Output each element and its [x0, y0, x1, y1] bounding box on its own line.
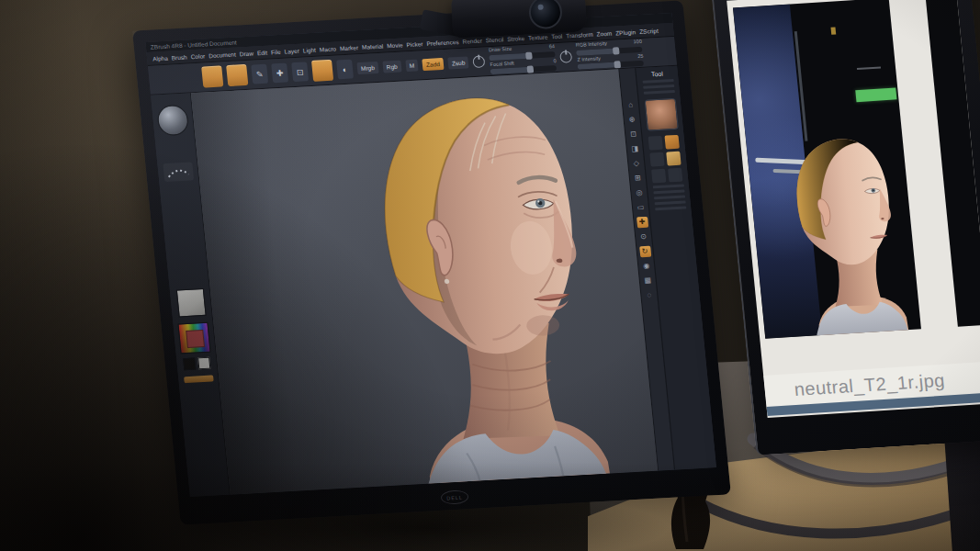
menu-item[interactable]: Render [462, 37, 482, 44]
lightbox-button[interactable] [201, 65, 223, 87]
menu-item[interactable]: Preferences [426, 38, 459, 46]
alpha-thumbnail[interactable] [175, 288, 206, 318]
tool-palette-title: Tool [651, 71, 664, 78]
dell-logo: DELL [440, 489, 468, 505]
slider-value: 25 [637, 53, 644, 59]
rig-light [830, 27, 836, 34]
primary-color-swatch[interactable] [183, 358, 196, 371]
draw-pointer-icon[interactable]: ✎ [251, 64, 268, 84]
menu-item[interactable]: Edit [257, 49, 268, 56]
slider-label: Draw Size [489, 47, 513, 53]
tool-chip[interactable] [649, 152, 664, 167]
wall-marks [857, 66, 881, 70]
zoom-icon[interactable]: ⊕ [626, 114, 638, 126]
menu-item[interactable]: Stencil [485, 36, 503, 43]
color-picker[interactable] [177, 322, 210, 354]
tool-chip[interactable] [651, 169, 666, 184]
slider-label: RGB Intensity [576, 41, 607, 48]
ghost-icon[interactable]: ◌ [643, 290, 655, 302]
menu-item[interactable]: ZPlugin [615, 28, 636, 36]
menu-item[interactable]: Zoom [596, 29, 612, 37]
menu-item[interactable]: Macro [319, 45, 336, 52]
palette-row[interactable] [654, 200, 685, 205]
actual-size-icon[interactable]: ⊡ [627, 129, 639, 141]
menu-item[interactable]: ZScript [639, 27, 659, 34]
palette-row[interactable] [653, 190, 684, 195]
menu-item[interactable]: Draw [239, 50, 253, 57]
move-tool-icon[interactable]: ✚ [271, 62, 288, 83]
edit-mode-button[interactable] [226, 64, 248, 86]
menu-item[interactable]: Layer [284, 47, 299, 54]
palette-row[interactable] [642, 79, 673, 84]
menu-item[interactable]: Color [190, 52, 205, 60]
menu-item[interactable]: Document [208, 51, 236, 59]
tool-chip[interactable] [648, 136, 663, 151]
m-button[interactable]: M [405, 60, 419, 73]
scale-tool-icon[interactable]: ⊡ [291, 62, 309, 82]
reference-photo[interactable] [733, 0, 921, 339]
left-monitor: ZBrush 4R8 - Untitled Document AlphaBrus… [132, 0, 731, 524]
tool-chip[interactable] [664, 135, 679, 150]
secondary-color-swatch[interactable] [197, 357, 210, 370]
tool-chip[interactable] [668, 168, 682, 183]
sculpt-viewport[interactable] [191, 69, 658, 494]
transparency-icon[interactable]: ▦ [642, 276, 654, 287]
workstation-photo: ZBrush 4R8 - Untitled Document AlphaBrus… [0, 0, 980, 551]
zsub-button[interactable]: Zsub [447, 56, 469, 69]
slider-label: Focal Shift [490, 61, 513, 67]
solo-icon[interactable]: ◉ [640, 261, 652, 273]
rotate-tool-button[interactable] [311, 60, 333, 82]
second-photo-partial[interactable] [926, 0, 980, 327]
aa-half-icon[interactable]: ◨ [629, 143, 641, 155]
menu-item[interactable]: File [271, 48, 281, 55]
mrgb-button[interactable]: Mrgb [356, 62, 378, 74]
menu-item[interactable]: Material [362, 42, 384, 50]
reference-subject [743, 120, 921, 339]
palette-row[interactable] [643, 90, 674, 95]
frame-icon[interactable]: ▭ [635, 202, 647, 214]
palette-row[interactable] [653, 196, 684, 200]
zbrush-window: ZBrush 4R8 - Untitled Document AlphaBrus… [145, 13, 716, 497]
current-tool-thumbnail[interactable] [644, 98, 678, 131]
rotate-icon[interactable]: ↻ [639, 246, 651, 258]
stroke-dial-icon[interactable] [473, 55, 486, 68]
zadd-button[interactable]: Zadd [422, 58, 444, 71]
floor-grid-icon[interactable]: ⊞ [632, 173, 644, 185]
tool-thumbnails [648, 135, 683, 184]
photo-viewer: neutral_T2_1r.jpg [727, 0, 980, 418]
menu-item[interactable]: Light [302, 46, 316, 53]
move-icon[interactable]: ✚ [636, 217, 648, 229]
tool-chip[interactable] [666, 152, 681, 166]
menu-item[interactable]: Brush [171, 53, 187, 61]
menu-item[interactable]: Stroke [507, 34, 524, 41]
filename-text: neutral_T2_1r.jpg [794, 369, 946, 399]
palette-row[interactable] [643, 84, 674, 89]
draw-size-slider[interactable]: Draw Size64 Focal Shift0 [489, 44, 558, 74]
palette-row[interactable] [652, 185, 683, 189]
slider-value: 100 [633, 39, 642, 45]
dell-logo-text: DELL [446, 494, 463, 500]
local-symmetry-icon[interactable]: ◎ [633, 187, 645, 199]
intensity-slider[interactable]: RGB Intensity100 Z Intensity25 [576, 39, 645, 70]
intensity-dial-icon[interactable] [560, 51, 573, 63]
menu-item[interactable]: Tool [551, 32, 563, 39]
material-bar[interactable] [184, 376, 214, 384]
brush-thumbnail[interactable] [156, 105, 189, 137]
stroke-icon[interactable] [163, 162, 194, 182]
palette-row[interactable] [655, 206, 686, 210]
menu-item[interactable]: Picker [406, 40, 423, 48]
menu-item[interactable]: Movie [387, 41, 403, 49]
menu-item[interactable]: Alpha [152, 54, 168, 62]
persp-icon[interactable]: ◇ [630, 158, 642, 170]
rgb-button[interactable]: Rgb [382, 61, 401, 73]
scale-icon[interactable]: ⊙ [637, 231, 649, 243]
slider-value: 64 [549, 44, 556, 50]
stroke-curve-icon [164, 164, 192, 181]
menu-item[interactable]: Marker [340, 44, 359, 51]
scroll-icon[interactable]: ⌂ [625, 99, 636, 111]
sculpted-head-model [275, 69, 647, 494]
green-marker [855, 87, 896, 102]
paint-brush-icon[interactable]: ◐ [336, 60, 354, 80]
color-swatches [183, 357, 210, 371]
slider-value: 0 [553, 59, 557, 64]
